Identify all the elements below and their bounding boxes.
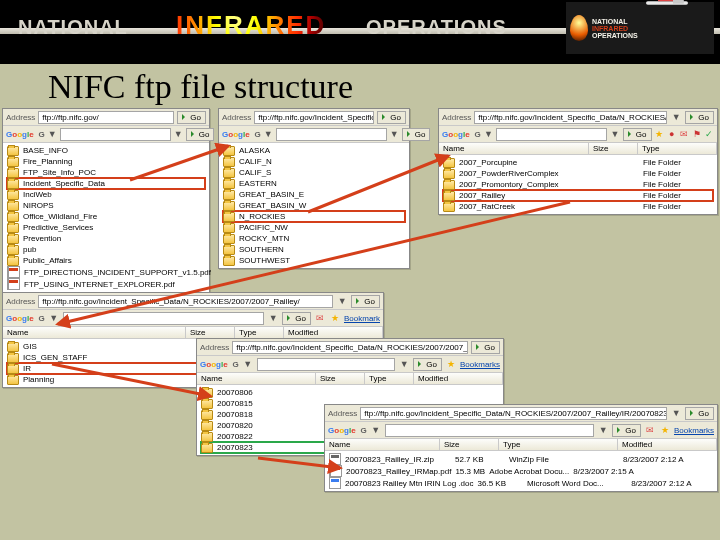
folder-icon [7, 234, 19, 244]
folder-name: GREAT_BASIN_E [239, 189, 304, 200]
dot-icon[interactable] [667, 128, 677, 140]
google-toolbar[interactable]: Google G Go [3, 126, 209, 143]
go-button[interactable]: Go [685, 407, 714, 420]
mail-icon[interactable] [680, 128, 690, 140]
folder-icon [443, 202, 455, 212]
google-search-input[interactable] [60, 128, 171, 141]
address-url[interactable]: ftp://ftp.nifc.gov/Incident_Specific_Dat… [38, 295, 333, 308]
google-toolbar[interactable]: Google G Go Bookmark [3, 310, 383, 327]
folder-name: PACIFIC_NW [239, 222, 288, 233]
go-button[interactable]: Go [282, 312, 311, 325]
folder-row[interactable]: Office_Wildland_Fire [7, 211, 205, 222]
folder-name: IR [23, 363, 31, 374]
check-icon[interactable] [705, 128, 715, 140]
folder-row[interactable]: 2007_Promontory_ComplexFile Folder [443, 179, 713, 190]
go-button[interactable]: Go [402, 128, 431, 141]
mail-icon[interactable] [644, 424, 656, 436]
go-button[interactable]: Go [186, 128, 215, 141]
google-g-icon: G [39, 130, 45, 139]
folder-row[interactable]: ALASKA [223, 145, 405, 156]
folder-row[interactable]: 2007_RailleyFile Folder [443, 190, 713, 201]
folder-row[interactable]: InciWeb [7, 189, 205, 200]
star-icon[interactable] [655, 128, 665, 140]
file-row[interactable]: 20070823_Railley_IRMap.pdf15.3 MBAdobe A… [329, 465, 341, 477]
google-toolbar[interactable]: Google G Go [439, 126, 717, 143]
go-button[interactable]: Go [471, 341, 500, 354]
file-row[interactable]: 20070823_Railley_IR.zip52.7 KBWinZip Fil… [329, 453, 713, 465]
folder-icon [223, 157, 235, 167]
folder-icon [201, 421, 213, 431]
google-search-input[interactable] [496, 128, 607, 141]
go-button[interactable]: Go [377, 111, 406, 124]
flag-icon[interactable] [692, 128, 702, 140]
star-icon[interactable] [445, 358, 457, 370]
folder-row[interactable]: Fire_Planning [7, 156, 205, 167]
folder-row[interactable]: BASE_INFO [7, 145, 205, 156]
folder-row[interactable]: Incident_Specific_Data [7, 178, 205, 189]
address-url[interactable]: ftp://ftp.nifc.gov/Incident_Specific_Dat… [232, 341, 468, 354]
dropdown-icon[interactable] [48, 128, 57, 140]
address-url[interactable]: ftp://ftp.nifc.gov/Incident_Specific_Dat… [474, 111, 667, 124]
folder-icon [7, 245, 19, 255]
folder-row[interactable]: SOUTHWEST [223, 255, 405, 266]
folder-row[interactable]: CALIF_N [223, 156, 405, 167]
folder-row[interactable]: EASTERN [223, 178, 405, 189]
go-button[interactable]: Go [413, 358, 442, 371]
folder-row[interactable]: GREAT_BASIN_W [223, 200, 405, 211]
google-toolbar[interactable]: Google G Go [219, 126, 409, 143]
go-button[interactable]: Go [177, 111, 206, 124]
column-header[interactable]: Name Size Type [439, 143, 717, 155]
go-button[interactable]: Go [685, 111, 714, 124]
folder-row[interactable]: 2007_RatCreekFile Folder [443, 201, 713, 212]
folder-icon [443, 169, 455, 179]
folder-icon [7, 190, 19, 200]
google-toolbar[interactable]: Google G Go Bookmarks [325, 422, 717, 439]
google-search-input[interactable] [257, 358, 395, 371]
file-row[interactable]: 20070823 Railley Mtn IRIN Log .doc36.5 K… [329, 477, 713, 489]
star-icon[interactable] [659, 424, 671, 436]
go-button[interactable]: Go [612, 424, 641, 437]
folder-row[interactable]: Predictive_Services [7, 222, 205, 233]
flame-icon [570, 15, 588, 41]
folder-row[interactable]: N_ROCKIES [223, 211, 405, 222]
airplane-icon [638, 0, 702, 12]
folder-row[interactable]: 20070806 [201, 387, 499, 398]
folder-name: Fire_Planning [23, 156, 72, 167]
bookmarks-link[interactable]: Bookmarks [674, 426, 714, 435]
folder-row[interactable]: PACIFIC_NW [223, 222, 405, 233]
go-button[interactable]: Go [351, 295, 380, 308]
star-icon[interactable] [329, 312, 341, 324]
google-toolbar[interactable]: Google G Go Bookmarks [197, 356, 503, 373]
folder-row[interactable]: NIROPS [7, 200, 205, 211]
column-header[interactable]: Name Size Type Modified [325, 439, 717, 451]
address-url[interactable]: ftp://ftp.nifc.gov/ [38, 111, 174, 124]
folder-row[interactable]: Prevention [7, 233, 205, 244]
folder-row[interactable]: pub [7, 244, 205, 255]
file-row[interactable]: FTP_DIRECTIONS_INCIDENT_SUPPORT_v1.5.pdf [7, 266, 19, 278]
folder-name: ALASKA [239, 145, 270, 156]
folder-icon [223, 234, 235, 244]
google-search-input[interactable] [63, 312, 264, 325]
file-row[interactable]: FTP_USING_INTERNET_EXPLORER.pdf [7, 278, 19, 290]
column-header[interactable]: Name Size Type Modified [197, 373, 503, 385]
google-search-input[interactable] [385, 424, 594, 437]
bookmark-link[interactable]: Bookmark [344, 314, 380, 323]
address-url[interactable]: ftp://ftp.nifc.gov/Incident_Specific_Dat… [360, 407, 667, 420]
go-button[interactable]: Go [623, 128, 652, 141]
folder-row[interactable]: ROCKY_MTN [223, 233, 405, 244]
mail-icon[interactable] [314, 312, 326, 324]
address-url[interactable]: ftp://ftp.nifc.gov/Incident_Specific_Dat… [254, 111, 374, 124]
google-search-input[interactable] [276, 128, 387, 141]
address-label: Address [6, 113, 35, 122]
folder-name: 2007_Railley [459, 190, 639, 201]
folder-row[interactable]: Public_Affairs [7, 255, 205, 266]
bookmarks-link[interactable]: Bookmarks [460, 360, 500, 369]
folder-row[interactable]: SOUTHERN [223, 244, 405, 255]
folder-row[interactable]: FTP_Site_Info_POC [7, 167, 205, 178]
folder-row[interactable]: CALIF_S [223, 167, 405, 178]
banner-operations: OPERATIONS [366, 16, 507, 39]
dropdown-icon[interactable] [174, 128, 183, 140]
folder-row[interactable]: GREAT_BASIN_E [223, 189, 405, 200]
folder-row[interactable]: 2007_PorcupineFile Folder [443, 157, 713, 168]
folder-row[interactable]: 2007_PowderRiverComplexFile Folder [443, 168, 713, 179]
